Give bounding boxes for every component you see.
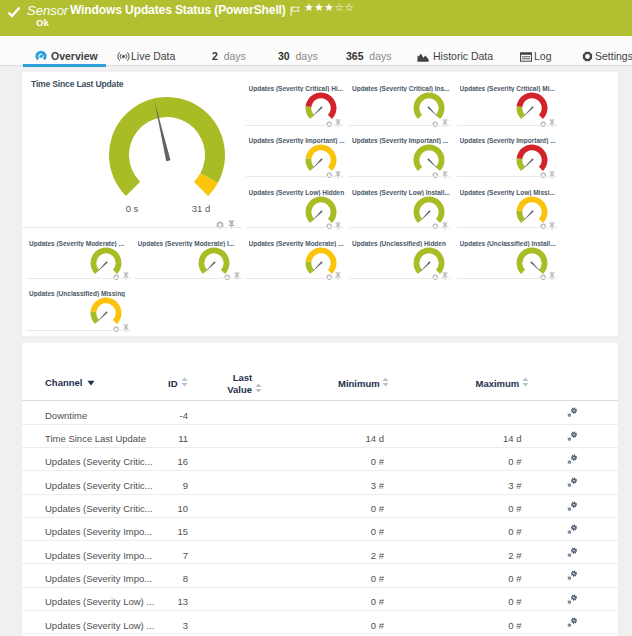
- check-icon: [7, 5, 21, 23]
- sort-both-icon: [255, 384, 262, 395]
- gauge-tile: Updates (Severity Moderate) I...: [135, 227, 246, 278]
- cell-maximum: 0 #: [462, 456, 522, 467]
- priority-stars[interactable]: ★★★☆☆: [304, 1, 354, 14]
- cell-minimum: 0 #: [324, 620, 384, 631]
- channel-settings-icon[interactable]: [567, 570, 579, 582]
- page-title: Windows Updates Status (PowerShell): [70, 3, 286, 17]
- cell-maximum: 0 #: [462, 620, 522, 631]
- active-tab-underline: [23, 64, 106, 67]
- tile-border: [26, 330, 131, 331]
- gauge-min-label: 0 s: [122, 203, 142, 214]
- table-row: Updates (Severity Low) ...130 #0 #: [22, 587, 618, 610]
- gauge-tile: Updates (Severity Low) Hidden: [246, 176, 348, 227]
- column-header-last-value[interactable]: Last: [233, 372, 253, 383]
- tile-icons[interactable]: [432, 266, 448, 284]
- tab-label: Log: [534, 50, 552, 62]
- gauge-tile: Updates (Unclassified) Install...: [457, 227, 562, 278]
- cell-minimum: 0 #: [324, 526, 384, 537]
- gear-icon[interactable]: [224, 266, 231, 283]
- tile-icons[interactable]: [224, 266, 240, 284]
- pin-icon[interactable]: [335, 266, 341, 283]
- cell-maximum: 0 #: [462, 503, 522, 514]
- tile-border: [246, 278, 344, 279]
- cell-maximum: 2 #: [462, 550, 522, 561]
- tab-num: 365: [346, 50, 364, 62]
- gear-icon[interactable]: [540, 266, 547, 283]
- channel-settings-icon[interactable]: [567, 594, 579, 606]
- gauge-max-label: 31 d: [188, 203, 214, 214]
- channel-settings-icon[interactable]: [567, 617, 579, 629]
- big-gauge: [107, 95, 227, 215]
- tile-icons[interactable]: [540, 266, 556, 284]
- cell-minimum: 0 #: [324, 503, 384, 514]
- big-gauge-title: Time Since Last Update: [31, 79, 123, 89]
- tab-label: Overview: [51, 50, 98, 62]
- cell-maximum: 0 #: [462, 526, 522, 537]
- gauge-tile: Updates (Severity Critical) Hi...: [246, 72, 348, 125]
- channel-settings-icon[interactable]: [567, 431, 579, 443]
- channel-settings-icon[interactable]: [567, 501, 579, 513]
- tile-border: [135, 278, 242, 279]
- column-header-channel[interactable]: Channel: [45, 377, 95, 388]
- gauge-icon: [35, 48, 47, 66]
- tab-label: Live Data: [131, 50, 175, 62]
- flag-icon[interactable]: [290, 3, 300, 21]
- cell-minimum: 2 #: [324, 550, 384, 561]
- column-header-id[interactable]: ID: [168, 377, 188, 389]
- gauge-tile: Updates (Unclassified) Missing: [26, 278, 135, 330]
- tab-label: Settings: [595, 50, 632, 62]
- gear-icon[interactable]: [432, 266, 439, 283]
- channels-table: Channel ID LastValue Minimum Maximum Dow…: [22, 343, 618, 636]
- cell-id: 9: [128, 480, 188, 491]
- pin-icon[interactable]: [442, 266, 448, 283]
- sort-both-icon: [522, 378, 529, 389]
- gear-icon: [582, 48, 593, 66]
- tab-label: 30 days: [278, 50, 318, 62]
- tab-days: days: [293, 50, 318, 62]
- column-header-minimum[interactable]: Minimum: [338, 377, 389, 389]
- gauge-tile: Updates (Severity Critical) Ins...: [349, 72, 454, 125]
- prtg-sensor-page: Sensor Windows Updates Status (PowerShel…: [0, 0, 632, 636]
- channel-settings-icon[interactable]: [567, 547, 579, 559]
- broadcast-icon: [117, 48, 130, 66]
- pin-icon[interactable]: [549, 266, 555, 283]
- sort-both-icon: [181, 378, 188, 389]
- channel-settings-icon[interactable]: [567, 524, 579, 536]
- tile-icons[interactable]: [113, 318, 129, 336]
- column-header-maximum[interactable]: Maximum: [476, 377, 529, 389]
- tab-label: Historic Data: [433, 50, 493, 62]
- channel-settings-icon[interactable]: [567, 454, 579, 466]
- tile-icons[interactable]: [326, 266, 342, 284]
- table-row: Updates (Severity Impo...80 #0 #: [22, 563, 618, 586]
- channel-settings-icon[interactable]: [567, 477, 579, 489]
- cell-id: -4: [128, 410, 188, 421]
- gauge-tile: Updates (Severity Moderate) ...: [246, 227, 348, 278]
- gear-icon[interactable]: [113, 318, 120, 335]
- gear-icon[interactable]: [326, 266, 333, 283]
- cell-id: 7: [128, 550, 188, 561]
- gauge-tile: Updates (Severity Critical) Mi...: [457, 72, 562, 125]
- channel-settings-icon[interactable]: [567, 407, 579, 419]
- tile-border: [349, 278, 450, 279]
- cell-maximum: 14 d: [462, 433, 522, 444]
- column-header-last-value[interactable]: Value: [225, 383, 265, 395]
- table-row: Updates (Severity Critic...93 #3 #: [22, 470, 618, 493]
- cell-maximum: 0 #: [462, 596, 522, 607]
- tab-label: 365 days: [346, 50, 392, 62]
- pin-icon[interactable]: [123, 318, 129, 335]
- tab-bar: OverviewLive Data2 days30 days365 daysHi…: [0, 36, 632, 66]
- gauge-tile: Updates (Unclassified) Hidden: [349, 227, 454, 278]
- cell-minimum: 0 #: [324, 596, 384, 607]
- chart-icon: [417, 48, 429, 66]
- big-gauge-tile: Time Since Last Update0 s31 d: [22, 72, 245, 227]
- cell-minimum: 0 #: [324, 456, 384, 467]
- cell-minimum: 0 #: [324, 573, 384, 584]
- pin-icon[interactable]: [234, 266, 240, 283]
- sort-desc-icon: [87, 377, 95, 388]
- cell-maximum: 3 #: [462, 480, 522, 491]
- cell-id: 11: [128, 433, 188, 444]
- gauge-tile: Updates (Severity Important) ...: [457, 125, 562, 177]
- gauges-card: Time Since Last Update0 s31 dUpdates (Se…: [22, 72, 618, 336]
- table-row: Updates (Severity Critic...100 #0 #: [22, 494, 618, 517]
- tab-days: days: [366, 50, 391, 62]
